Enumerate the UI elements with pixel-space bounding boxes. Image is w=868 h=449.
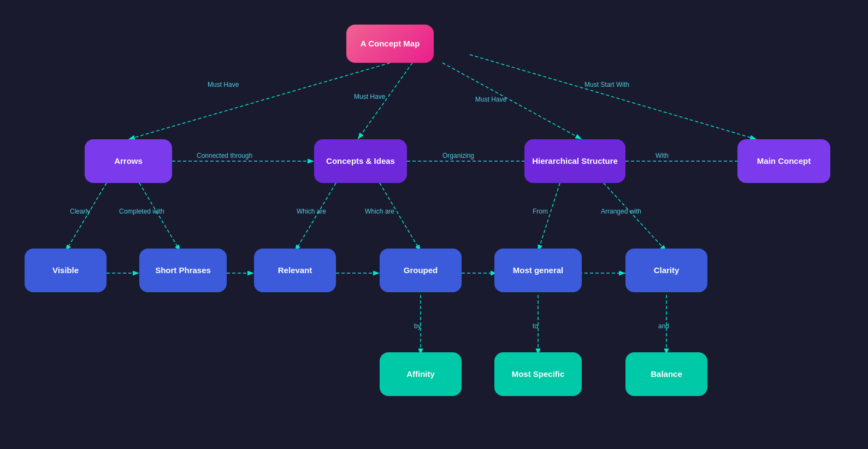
- svg-line-13: [604, 183, 666, 251]
- label-root-concepts: Must Have: [354, 93, 385, 101]
- svg-line-11: [380, 183, 421, 251]
- label-arrows-shortphrases: Completed with: [119, 208, 164, 215]
- label-root-hierarchical: Must Have: [475, 96, 506, 103]
- svg-line-8: [66, 183, 107, 251]
- node-grouped[interactable]: Grouped: [380, 249, 462, 292]
- label-arrows-concepts: Connected through: [197, 152, 252, 159]
- svg-line-2: [358, 63, 412, 139]
- svg-line-4: [470, 55, 757, 139]
- node-clarity[interactable]: Clarity: [625, 249, 707, 292]
- node-root[interactable]: A Concept Map: [346, 25, 434, 63]
- node-hierarchical[interactable]: Hierarchical Structure: [524, 139, 625, 183]
- node-main-concept[interactable]: Main Concept: [737, 139, 830, 183]
- node-most-general[interactable]: Most general: [494, 249, 582, 292]
- label-concepts-grouped: Which are: [365, 208, 394, 215]
- label-concepts-relevant: Which are: [297, 208, 326, 215]
- label-clarity-balance: and: [658, 322, 669, 330]
- node-concepts[interactable]: Concepts & Ideas: [314, 139, 407, 183]
- svg-line-3: [442, 63, 582, 139]
- node-short-phrases[interactable]: Short Phrases: [139, 249, 227, 292]
- label-hierarchical-clarity: Arranged with: [601, 208, 641, 215]
- svg-line-10: [295, 183, 336, 251]
- label-arrows-visible: Clearly: [70, 208, 90, 215]
- label-mostgeneral-mostspecific: to: [533, 322, 538, 330]
- label-root-arrows: Must Have: [208, 81, 239, 88]
- label-hierarchical-mainconcept: With: [656, 152, 669, 159]
- label-root-mainconcept: Must Start With: [584, 81, 629, 88]
- svg-line-9: [139, 183, 180, 251]
- label-grouped-affinity: by: [414, 322, 421, 330]
- node-most-specific[interactable]: Most Specific: [494, 352, 582, 396]
- node-affinity[interactable]: Affinity: [380, 352, 462, 396]
- node-relevant[interactable]: Relevant: [254, 249, 336, 292]
- svg-line-12: [538, 183, 560, 251]
- node-arrows[interactable]: Arrows: [85, 139, 172, 183]
- concept-map: Must Have Must Have Must Have Must Start…: [0, 0, 868, 449]
- label-concepts-hierarchical: Organizing: [442, 152, 474, 159]
- label-hierarchical-mostgeneral: From: [533, 208, 548, 215]
- node-balance[interactable]: Balance: [625, 352, 707, 396]
- svg-line-1: [128, 63, 390, 139]
- node-visible[interactable]: Visible: [25, 249, 107, 292]
